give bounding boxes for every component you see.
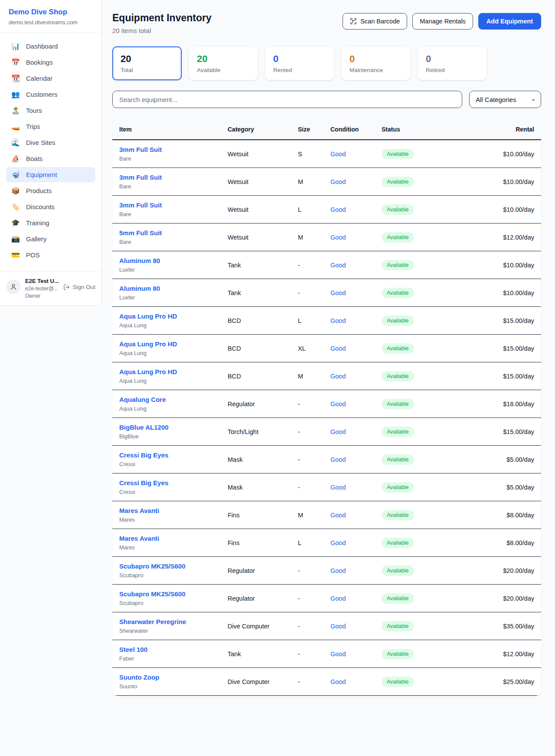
item-rental-rate: $25.00/day: [448, 668, 541, 696]
manage-rentals-button[interactable]: Manage Rentals: [412, 13, 473, 30]
item-name-link[interactable]: Aqua Lung Pro HD: [119, 368, 214, 375]
stat-card-total[interactable]: 20 Total: [112, 46, 182, 80]
status-badge: Available: [382, 649, 414, 659]
item-name-link[interactable]: Scubapro MK25/S600: [119, 562, 214, 570]
item-name-link[interactable]: Mares Avanti: [119, 535, 214, 542]
item-name-link[interactable]: Steel 100: [119, 646, 214, 653]
header-actions: Scan Barcode Manage Rentals Add Equipmen…: [343, 13, 541, 30]
condition-link[interactable]: Good: [330, 206, 346, 213]
nav-item-label: Customers: [26, 91, 58, 98]
condition-link[interactable]: Good: [330, 539, 346, 546]
sidebar-item-discounts[interactable]: 🏷️ Discounts: [6, 199, 95, 214]
item-name-link[interactable]: Aqua Lung Pro HD: [119, 312, 214, 320]
item-name-link[interactable]: Scubapro MK25/S600: [119, 590, 214, 598]
item-size: -: [291, 251, 323, 279]
condition-link[interactable]: Good: [330, 512, 346, 519]
table-row: Aqualung Core Aqua Lung Regulator - Good…: [112, 390, 541, 418]
condition-link[interactable]: Good: [330, 484, 346, 491]
sidebar-item-calendar[interactable]: 📆 Calendar: [6, 71, 95, 86]
stat-value: 0: [273, 53, 326, 65]
item-rental-rate: $12.00/day: [448, 640, 541, 668]
condition-link[interactable]: Good: [330, 178, 346, 185]
sidebar-nav: 📊 Dashboard 📅 Bookings 📆 Calendar 👥 Cust…: [0, 33, 101, 267]
sidebar-item-dashboard[interactable]: 📊 Dashboard: [6, 39, 95, 54]
sidebar-item-gallery[interactable]: 📸 Gallery: [6, 231, 95, 247]
item-size: -: [291, 612, 323, 640]
condition-link[interactable]: Good: [330, 678, 346, 685]
stat-card-retired[interactable]: 0 Retired: [418, 46, 487, 80]
item-rental-rate: $18.00/day: [448, 390, 541, 418]
item-rental-rate: $15.00/day: [448, 307, 541, 335]
item-category: Regulator: [221, 557, 291, 585]
condition-link[interactable]: Good: [330, 428, 346, 435]
condition-link[interactable]: Good: [330, 345, 346, 352]
stat-card-rented[interactable]: 0 Rented: [265, 46, 334, 80]
item-rental-rate: $10.00/day: [448, 168, 541, 196]
scan-barcode-button[interactable]: Scan Barcode: [343, 13, 407, 30]
condition-link[interactable]: Good: [330, 262, 346, 269]
item-rental-rate: $12.00/day: [448, 224, 541, 251]
item-name-link[interactable]: 3mm Full Suit: [119, 174, 214, 181]
item-size: -: [291, 640, 323, 668]
condition-link[interactable]: Good: [330, 401, 346, 408]
stat-card-maintenance[interactable]: 0 Maintenance: [341, 46, 411, 80]
condition-link[interactable]: Good: [330, 289, 346, 296]
condition-link[interactable]: Good: [330, 234, 346, 241]
item-name-link[interactable]: Mares Avanti: [119, 507, 214, 514]
table-row: Aluminum 80 Luxfer Tank - Good Available…: [112, 251, 541, 279]
sidebar-item-equipment[interactable]: 🤿 Equipment: [6, 167, 95, 182]
add-equipment-button[interactable]: Add Equipment: [478, 13, 541, 30]
sidebar-item-training[interactable]: 🎓 Training: [6, 215, 95, 230]
item-name-link[interactable]: Aluminum 80: [119, 257, 214, 264]
column-header-rental: Rental: [448, 119, 541, 140]
sidebar-item-products[interactable]: 📦 Products: [6, 183, 95, 198]
condition-link[interactable]: Good: [330, 317, 346, 324]
item-name-link[interactable]: Suunto Zoop: [119, 674, 214, 681]
sign-out-button[interactable]: Sign Out: [63, 284, 95, 290]
item-name-link[interactable]: Shearwater Peregrine: [119, 618, 214, 625]
condition-link[interactable]: Good: [330, 151, 346, 158]
item-brand: Scubapro: [119, 572, 214, 579]
item-name-link[interactable]: Cressi Big Eyes: [119, 451, 214, 459]
condition-link[interactable]: Good: [330, 623, 346, 630]
category-select[interactable]: All Categories: [469, 91, 541, 108]
sidebar-item-trips[interactable]: 🚤 Trips: [6, 119, 95, 134]
search-input[interactable]: [112, 91, 462, 108]
sidebar-item-customers[interactable]: 👥 Customers: [6, 87, 95, 102]
table-header: Item Category Size Condition Status Rent…: [112, 119, 541, 140]
nav-item-icon: 📊: [11, 43, 20, 50]
item-brand: Mares: [119, 544, 214, 551]
item-name-link[interactable]: Aqua Lung Pro HD: [119, 340, 214, 348]
item-name-link[interactable]: Aluminum 80: [119, 285, 214, 292]
sign-out-label: Sign Out: [72, 284, 95, 290]
condition-link[interactable]: Good: [330, 456, 346, 463]
item-name-link[interactable]: 3mm Full Suit: [119, 146, 214, 153]
stat-label: Maintenance: [349, 67, 402, 73]
sidebar-item-bookings[interactable]: 📅 Bookings: [6, 55, 95, 70]
sidebar-item-dive-sites[interactable]: 🌊 Dive Sites: [6, 135, 95, 150]
item-name-link[interactable]: BigBlue AL1200: [119, 424, 214, 431]
stat-card-available[interactable]: 20 Available: [189, 46, 258, 80]
item-brand: BigBlue: [119, 433, 214, 440]
item-name-link[interactable]: 5mm Full Suit: [119, 229, 214, 237]
condition-link[interactable]: Good: [330, 651, 346, 657]
status-badge: Available: [382, 204, 414, 215]
item-name-link[interactable]: Cressi Big Eyes: [119, 479, 214, 486]
page-title: Equipment Inventory: [112, 12, 212, 24]
shop-name: Demo Dive Shop: [9, 8, 93, 16]
column-header-status: Status: [375, 119, 448, 140]
table-row: Scubapro MK25/S600 Scubapro Regulator - …: [112, 585, 541, 612]
item-name-link[interactable]: 3mm Full Suit: [119, 201, 214, 209]
condition-link[interactable]: Good: [330, 373, 346, 380]
stat-value: 0: [426, 53, 479, 65]
item-brand: Luxfer: [119, 294, 214, 301]
item-rental-rate: $20.00/day: [448, 585, 541, 612]
item-name-link[interactable]: Aqualung Core: [119, 396, 214, 403]
sidebar-item-tours[interactable]: 🏝️ Tours: [6, 103, 95, 118]
table-row: Cressi Big Eyes Cressi Mask - Good Avail…: [112, 473, 541, 501]
condition-link[interactable]: Good: [330, 595, 346, 602]
condition-link[interactable]: Good: [330, 567, 346, 574]
item-category: Fins: [221, 501, 291, 529]
sidebar-item-pos[interactable]: 💳 POS: [6, 247, 95, 263]
sidebar-item-boats[interactable]: ⛵ Boats: [6, 151, 95, 166]
